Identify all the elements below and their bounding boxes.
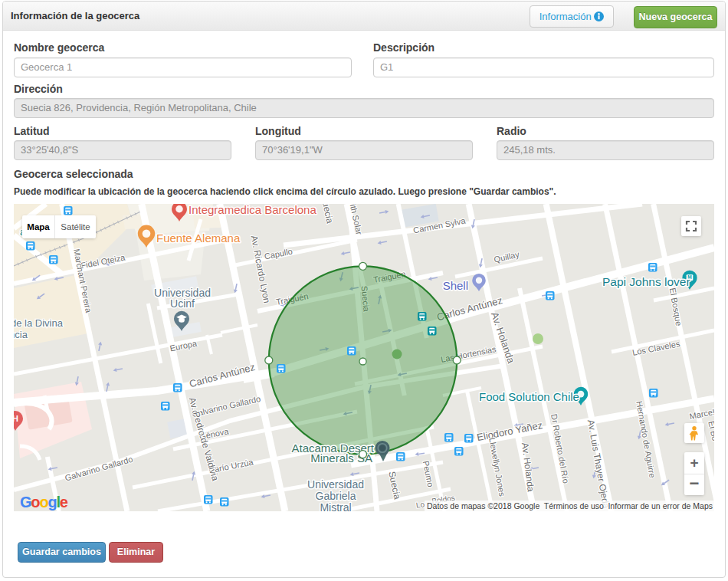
- svg-text:H: H: [14, 414, 18, 423]
- svg-text:ncia: ncia: [14, 329, 28, 340]
- svg-text:de la Divina: de la Divina: [14, 317, 64, 329]
- svg-text:Gabriela: Gabriela: [316, 490, 356, 502]
- svg-text:Food Solution Chile: Food Solution Chile: [479, 390, 579, 403]
- svg-text:Universidad: Universidad: [307, 478, 364, 491]
- svg-text:Mistral: Mistral: [320, 501, 351, 511]
- svg-text:Shell: Shell: [443, 279, 468, 292]
- svg-text:Papi Johns lover: Papi Johns lover: [602, 275, 690, 288]
- svg-text:Ucinf: Ucinf: [170, 297, 195, 310]
- svg-text:Fuente Alemana: Fuente Alemana: [156, 231, 241, 245]
- svg-text:Integramedica Barcelona: Integramedica Barcelona: [189, 204, 316, 216]
